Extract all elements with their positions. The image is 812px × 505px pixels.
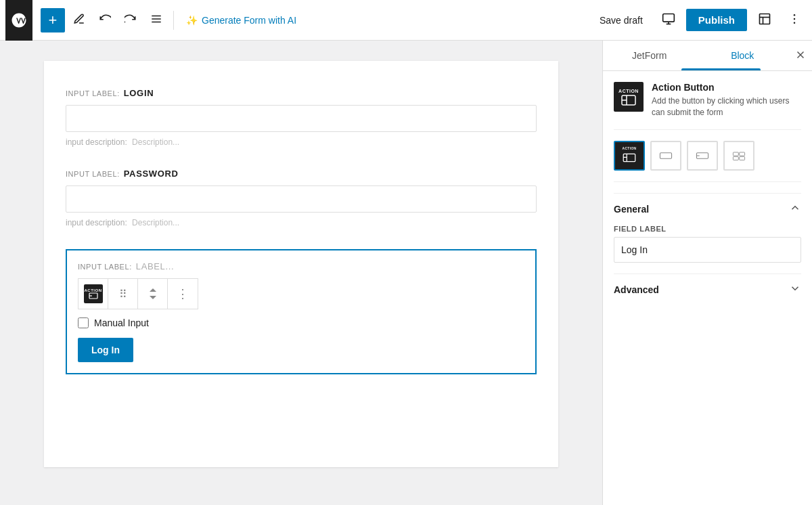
main-layout: INPUT LABEL: LOGIN input description: De… xyxy=(0,41,812,505)
monitor-icon xyxy=(662,12,675,28)
login-desc-label: input description: xyxy=(66,137,127,147)
login-label-row: INPUT LABEL: LOGIN xyxy=(66,88,537,98)
button-styles-row: ACTION xyxy=(614,141,801,182)
block-type-icon[interactable]: ACTION xyxy=(78,279,108,309)
log-in-button[interactable]: Log In xyxy=(78,338,133,362)
tab-underline xyxy=(708,68,761,70)
button-style-action[interactable]: ACTION xyxy=(614,141,645,171)
list-view-button[interactable] xyxy=(145,9,168,31)
login-input[interactable] xyxy=(66,105,537,132)
button-style-grid[interactable] xyxy=(723,141,754,171)
action-icon-small: ACTION xyxy=(84,284,103,303)
divider xyxy=(173,11,174,30)
action-block-toolbar: ACTION ⠿ ⋮ xyxy=(78,278,198,309)
password-desc-placeholder: Description... xyxy=(132,218,179,227)
wp-logo xyxy=(5,0,32,41)
generate-form-button[interactable]: ✨ Generate Form with AI xyxy=(179,11,303,30)
advanced-section-header[interactable]: Advanced xyxy=(614,273,801,305)
panel-tabs: JetForm Block xyxy=(603,41,812,71)
svg-point-11 xyxy=(794,22,796,24)
editor-area: INPUT LABEL: LOGIN input description: De… xyxy=(0,41,602,505)
action-button-card: ACTION Action Button Add the button by c… xyxy=(614,82,801,130)
field-label-input[interactable] xyxy=(614,237,801,263)
login-label-prefix: INPUT LABEL: xyxy=(66,89,120,97)
general-content: FIELD LABEL xyxy=(614,225,801,273)
action-label-prefix: INPUT LABEL: xyxy=(78,263,132,271)
save-draft-button[interactable]: Save draft xyxy=(591,11,651,30)
topbar: + ✨ Generate Form with AI Save draft xyxy=(0,0,812,41)
svg-rect-26 xyxy=(740,152,745,156)
advanced-title: Advanced xyxy=(614,284,659,295)
tools-icon xyxy=(73,13,85,27)
close-panel-button[interactable] xyxy=(789,41,812,70)
editor-canvas: INPUT LABEL: LOGIN input description: De… xyxy=(44,61,558,467)
list-icon xyxy=(150,13,162,27)
collapse-icon xyxy=(789,202,801,217)
drag-handle[interactable]: ⠿ xyxy=(108,279,138,309)
tools-button[interactable] xyxy=(68,9,91,31)
expand-icon xyxy=(789,282,801,297)
field-label-header: FIELD LABEL xyxy=(614,225,801,233)
password-field-group: INPUT LABEL: PASSWORD input description:… xyxy=(66,169,537,227)
more-icon: ⋮ xyxy=(177,286,189,301)
close-icon xyxy=(794,49,807,63)
password-desc-label: input description: xyxy=(66,218,127,227)
publish-button[interactable]: Publish xyxy=(686,9,747,31)
action-label-row: INPUT LABEL: LABEL... xyxy=(78,261,524,271)
action-button-title: Action Button xyxy=(652,82,801,93)
action-block: INPUT LABEL: LABEL... ACTION ⠿ xyxy=(66,249,537,374)
action-button-description: Add the button by clicking which users c… xyxy=(652,95,801,118)
action-icon-panel: ACTION xyxy=(614,82,644,112)
button-style-outline[interactable] xyxy=(650,141,681,171)
tab-jetform[interactable]: JetForm xyxy=(603,41,696,70)
login-field-group: INPUT LABEL: LOGIN input description: De… xyxy=(66,88,537,147)
arrows-icon xyxy=(148,288,158,300)
svg-rect-25 xyxy=(733,152,738,156)
password-input[interactable] xyxy=(66,185,537,213)
password-desc-row: input description: Description... xyxy=(66,218,537,227)
password-label-value: PASSWORD xyxy=(124,169,179,179)
right-panel: JetForm Block ACTION Action Button xyxy=(602,41,812,505)
tab-block[interactable]: Block xyxy=(696,41,790,70)
ellipsis-icon xyxy=(788,12,801,28)
button-style-outline2[interactable] xyxy=(687,141,718,171)
undo-button[interactable] xyxy=(93,9,116,31)
manual-input-label: Manual Input xyxy=(94,317,149,328)
options-button[interactable] xyxy=(782,8,807,32)
redo-icon xyxy=(125,13,137,27)
svg-rect-22 xyxy=(660,152,671,158)
svg-rect-28 xyxy=(740,156,745,160)
layout-button[interactable] xyxy=(752,8,777,32)
login-label-value: LOGIN xyxy=(124,88,154,98)
svg-rect-27 xyxy=(733,156,738,160)
login-desc-placeholder: Description... xyxy=(132,137,179,147)
manual-input-row: Manual Input xyxy=(78,317,524,328)
action-label-value: LABEL... xyxy=(136,261,175,271)
login-desc-row: input description: Description... xyxy=(66,137,537,147)
preview-button[interactable] xyxy=(656,8,681,32)
drag-icon: ⠿ xyxy=(119,288,127,301)
action-button-desc: Action Button Add the button by clicking… xyxy=(652,82,801,118)
topbar-right: Save draft Publish xyxy=(591,8,807,32)
undo-icon xyxy=(99,13,111,27)
svg-point-9 xyxy=(794,14,796,16)
svg-rect-6 xyxy=(760,14,770,24)
wand-icon: ✨ xyxy=(186,15,198,26)
generate-label: Generate Form with AI xyxy=(202,15,296,26)
plus-icon: + xyxy=(49,12,58,29)
move-up-down[interactable] xyxy=(138,279,168,309)
manual-input-checkbox[interactable] xyxy=(78,317,89,328)
panel-content: ACTION Action Button Add the button by c… xyxy=(603,71,812,505)
layout-icon xyxy=(758,12,771,28)
add-block-button[interactable]: + xyxy=(41,8,65,32)
svg-point-10 xyxy=(794,18,796,20)
svg-rect-3 xyxy=(662,14,674,22)
general-title: General xyxy=(614,204,649,215)
password-label-row: INPUT LABEL: PASSWORD xyxy=(66,169,537,179)
general-section-header[interactable]: General xyxy=(614,193,801,225)
redo-button[interactable] xyxy=(119,9,142,31)
more-options[interactable]: ⋮ xyxy=(168,279,198,309)
password-label-prefix: INPUT LABEL: xyxy=(66,170,120,178)
